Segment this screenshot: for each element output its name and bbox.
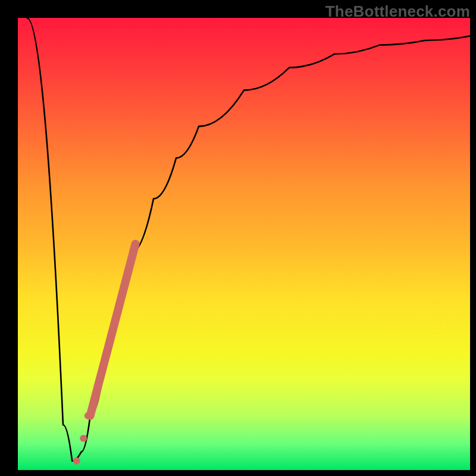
chart-frame: TheBottleneck.com <box>0 0 476 476</box>
marker-dot <box>84 412 92 419</box>
chart-plot-area <box>18 18 470 470</box>
curve-layer <box>18 18 470 470</box>
highlighted-segment <box>90 244 136 416</box>
marker-dots <box>73 412 92 465</box>
marker-dot <box>80 435 87 442</box>
marker-dot <box>73 458 80 465</box>
